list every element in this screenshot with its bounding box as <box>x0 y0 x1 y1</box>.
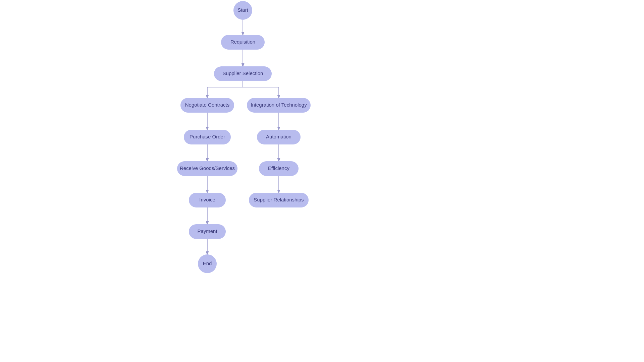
flowchart-svg: Start Requisition Supplier Selection Neg… <box>0 0 644 362</box>
node-negotiate-contracts-label: Negotiate Contracts <box>185 102 230 108</box>
canvas: Start Requisition Supplier Selection Neg… <box>0 0 644 362</box>
arrow-supplier-integration <box>243 81 279 98</box>
node-integration-technology-label: Integration of Technology <box>251 102 307 108</box>
arrow-supplier-negotiate <box>207 81 243 98</box>
node-start-label: Start <box>237 7 249 13</box>
node-invoice-label: Invoice <box>199 197 215 202</box>
node-end-label: End <box>203 260 212 266</box>
node-supplier-selection-label: Supplier Selection <box>223 70 263 76</box>
node-efficiency-label: Efficiency <box>268 165 289 171</box>
node-payment-label: Payment <box>197 228 217 234</box>
node-receive-goods-label: Receive Goods/Services <box>180 165 235 171</box>
node-purchase-order-label: Purchase Order <box>190 134 225 139</box>
node-requisition-label: Requisition <box>230 39 255 45</box>
node-supplier-relationships-label: Supplier Relationships <box>254 197 304 202</box>
node-automation-label: Automation <box>266 134 291 139</box>
